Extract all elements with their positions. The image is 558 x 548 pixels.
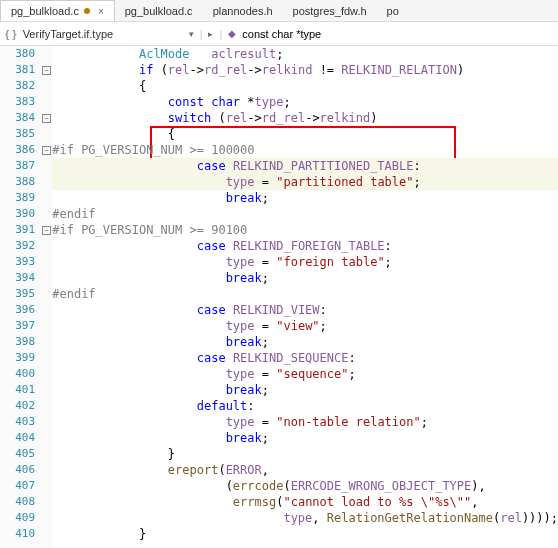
tab-4[interactable]: po [377,0,409,21]
line-number: 381 [0,62,35,78]
line-number: 382 [0,78,35,94]
line-number: 395 [0,286,35,302]
tab-bar: pg_bulkload.c × pg_bulkload.c plannodes.… [0,0,558,22]
code-line[interactable]: #endif [52,206,558,222]
fold-cell [41,94,52,110]
code-line[interactable]: #endif [52,286,558,302]
fold-cell [41,430,52,446]
editor: 3803813823833843853863873883893903913923… [0,46,558,548]
fold-cell [41,174,52,190]
line-number: 393 [0,254,35,270]
fold-cell [41,46,52,62]
line-number: 384 [0,110,35,126]
line-number: 400 [0,366,35,382]
line-number: 407 [0,478,35,494]
fold-cell [41,446,52,462]
fold-cell [41,382,52,398]
code-line[interactable]: type = "partitioned table"; [52,174,558,190]
fold-cell [41,494,52,510]
code-line[interactable]: #if PG_VERSION_NUM >= 100000 [52,142,558,158]
fold-cell[interactable]: − [41,142,52,158]
fold-cell[interactable]: − [41,110,52,126]
code-line[interactable]: ereport(ERROR, [52,462,558,478]
fold-cell [41,398,52,414]
fold-column: −−−− [41,46,52,548]
close-icon[interactable]: × [98,6,104,17]
line-number: 405 [0,446,35,462]
fold-cell [41,526,52,542]
code-line[interactable]: type = "view"; [52,318,558,334]
code-line[interactable]: case RELKIND_PARTITIONED_TABLE: [52,158,558,174]
fold-minus-icon[interactable]: − [42,66,51,75]
tab-2[interactable]: plannodes.h [203,0,283,21]
fold-cell [41,334,52,350]
tab-label: po [387,5,399,17]
tab-1[interactable]: pg_bulkload.c [115,0,203,21]
line-number: 383 [0,94,35,110]
fold-cell [41,238,52,254]
line-number: 380 [0,46,35,62]
code-line[interactable]: #if PG_VERSION_NUM >= 90100 [52,222,558,238]
separator: | [200,28,203,40]
code-line[interactable]: type, RelationGetRelationName(rel)))); [52,510,558,526]
code-line[interactable]: type = "sequence"; [52,366,558,382]
line-number: 387 [0,158,35,174]
code-line[interactable]: default: [52,398,558,414]
line-number: 404 [0,430,35,446]
tab-3[interactable]: postgres_fdw.h [283,0,377,21]
nav-arrows[interactable]: ▸ [208,29,213,39]
line-number: 394 [0,270,35,286]
navigation-bar: { } VerifyTarget.if.type ▾ | ▸ | ◆ const… [0,22,558,46]
code-line[interactable]: case RELKIND_SEQUENCE: [52,350,558,366]
code-line[interactable]: } [52,526,558,542]
fold-minus-icon[interactable]: − [42,146,51,155]
tab-label: pg_bulkload.c [125,5,193,17]
fold-cell [41,270,52,286]
member-dropdown[interactable]: const char *type [242,28,321,40]
line-number-gutter: 3803813823833843853863873883893903913923… [0,46,41,548]
code-line[interactable]: const char *type; [52,94,558,110]
fold-minus-icon[interactable]: − [42,114,51,123]
code-line[interactable]: break; [52,430,558,446]
fold-cell [41,254,52,270]
line-number: 386 [0,142,35,158]
fold-cell [41,206,52,222]
line-number: 409 [0,510,35,526]
fold-cell[interactable]: − [41,62,52,78]
fold-cell[interactable]: − [41,222,52,238]
line-number: 403 [0,414,35,430]
chevron-down-icon[interactable]: ▾ [189,29,194,39]
code-line[interactable]: break; [52,382,558,398]
line-number: 399 [0,350,35,366]
fold-cell [41,318,52,334]
tab-label: pg_bulkload.c [11,5,79,17]
fold-cell [41,302,52,318]
code-line[interactable]: { [52,126,558,142]
line-number: 408 [0,494,35,510]
fold-cell [41,286,52,302]
code-line[interactable]: case RELKIND_FOREIGN_TABLE: [52,238,558,254]
code-line[interactable]: type = "foreign table"; [52,254,558,270]
code-line[interactable]: break; [52,270,558,286]
code-line[interactable]: break; [52,190,558,206]
code-line[interactable]: } [52,446,558,462]
code-line[interactable]: { [52,78,558,94]
separator: | [219,28,222,40]
scope-dropdown[interactable]: VerifyTarget.if.type [23,28,183,40]
code-line[interactable]: switch (rel->rd_rel->relkind) [52,110,558,126]
code-line[interactable]: break; [52,334,558,350]
line-number: 398 [0,334,35,350]
code-line[interactable]: errmsg("cannot load to %s \"%s\"", [52,494,558,510]
code-line[interactable]: AclMode aclresult; [52,46,558,62]
code-line[interactable]: case RELKIND_VIEW: [52,302,558,318]
code-line[interactable]: if (rel->rd_rel->relkind != RELKIND_RELA… [52,62,558,78]
code-area[interactable]: AclMode aclresult; if (rel->rd_rel->relk… [52,46,558,548]
fold-cell [41,510,52,526]
tab-label: postgres_fdw.h [293,5,367,17]
line-number: 391 [0,222,35,238]
code-line[interactable]: type = "non-table relation"; [52,414,558,430]
fold-minus-icon[interactable]: − [42,226,51,235]
code-line[interactable]: (errcode(ERRCODE_WRONG_OBJECT_TYPE), [52,478,558,494]
line-number: 390 [0,206,35,222]
tab-0[interactable]: pg_bulkload.c × [0,0,115,21]
